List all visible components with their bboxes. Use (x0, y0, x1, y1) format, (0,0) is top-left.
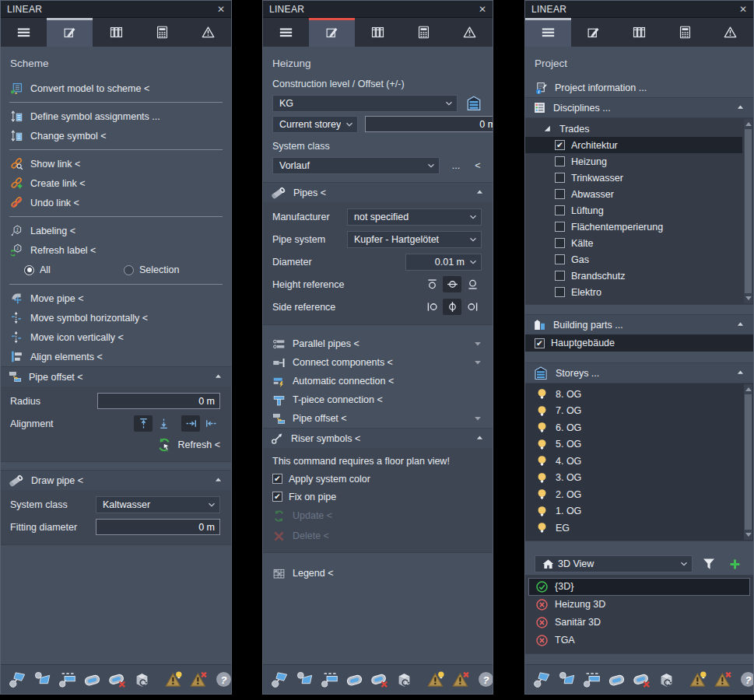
view-icon[interactable] (83, 670, 101, 688)
legend-button[interactable]: Legend < (263, 564, 493, 583)
storeys-section-header[interactable]: Storeys ... (525, 362, 753, 383)
tab-library[interactable] (93, 18, 139, 47)
move-pipe-button[interactable]: Move pipe < (1, 289, 231, 308)
manufacturer-select[interactable]: not specified (347, 208, 482, 226)
trade-checkbox[interactable] (555, 205, 565, 215)
automatic-connection-button[interactable]: Automatic connection < (263, 372, 493, 390)
insert-pipe-run-icon[interactable] (583, 670, 601, 688)
storey-row-eg[interactable]: EG (525, 520, 742, 537)
define-symbol-assignments-button[interactable]: Define symbol assignments ... (1, 107, 231, 126)
storey-row-5og[interactable]: 5. OG (525, 436, 742, 453)
trade-row-architektur[interactable]: Architektur (525, 137, 742, 153)
close-icon[interactable]: ✕ (739, 5, 747, 14)
tab-warnings[interactable] (185, 18, 231, 47)
height-ref-center-toggle[interactable] (443, 276, 461, 292)
pipe-offset-section-header[interactable]: Pipe offset < (1, 367, 231, 387)
trade-row-lueftung[interactable]: Lüftung (525, 202, 742, 219)
scroll-up-icon[interactable] (745, 387, 752, 391)
height-ref-top-toggle[interactable] (423, 276, 441, 292)
tab-calculator[interactable] (139, 18, 185, 47)
connect-components-button[interactable]: Connect components < (263, 353, 493, 372)
trade-checkbox[interactable] (555, 156, 565, 166)
side-ref-left-toggle[interactable] (423, 299, 441, 315)
building-part-row-hauptgebaeude[interactable]: Hauptgebäude (525, 334, 753, 352)
parallel-pipes-button[interactable]: Parallel pipes < (263, 334, 493, 353)
insert-fitting-icon[interactable] (9, 670, 26, 688)
filter-views-button[interactable] (700, 555, 718, 573)
side-ref-center-toggle[interactable] (443, 299, 461, 315)
create-link-button[interactable]: Create link < (1, 173, 231, 193)
disciplines-scrollbar[interactable] (744, 119, 752, 303)
convert-model-to-scheme-button[interactable]: Convert model to scheme < (1, 79, 231, 98)
update-model-icon[interactable] (133, 670, 151, 688)
tab-calculator[interactable] (662, 18, 708, 47)
trade-checkbox[interactable] (555, 238, 565, 248)
trade-checkbox[interactable] (555, 189, 565, 199)
storey-row-8og[interactable]: 8. OG (525, 386, 742, 403)
system-class-select[interactable]: Kaltwasser (96, 496, 220, 513)
undo-link-button[interactable]: Undo link < (1, 193, 231, 212)
storey-row-4og[interactable]: 4. OG (525, 453, 742, 470)
trade-row-flaechentemperierung[interactable]: Flächentemperierung (525, 219, 742, 235)
scrollbar-thumb[interactable] (745, 394, 752, 530)
scrollbar-thumb[interactable] (745, 129, 752, 293)
view-icon[interactable] (608, 670, 626, 688)
trade-row-kaelte[interactable]: Kälte (525, 235, 742, 251)
warnings-icon[interactable] (165, 670, 183, 688)
tab-warnings[interactable] (707, 18, 753, 47)
scroll-up-icon[interactable] (745, 122, 752, 126)
insert-component-icon[interactable] (558, 670, 576, 688)
trade-row-gas[interactable]: Gas (525, 251, 742, 268)
trade-checkbox[interactable] (555, 254, 565, 264)
bulb-icon[interactable] (535, 505, 549, 518)
fix-on-pipe-checkbox[interactable]: Fix on pipe (263, 488, 493, 506)
tab-library[interactable] (355, 18, 401, 47)
bulb-icon[interactable] (535, 438, 549, 451)
insert-component-icon[interactable] (33, 670, 51, 688)
refresh-label-button[interactable]: 1Refresh label < (1, 240, 231, 260)
add-view-button[interactable] (725, 555, 744, 573)
trades-tree-node[interactable]: Trades (525, 121, 742, 137)
warnings-icon[interactable] (427, 670, 445, 688)
trade-row-elektro[interactable]: Elektro (525, 284, 742, 300)
tab-menu[interactable] (1, 18, 47, 47)
bulb-icon[interactable] (535, 488, 549, 501)
warnings-icon[interactable] (689, 670, 707, 688)
radius-input[interactable] (97, 393, 220, 409)
tab-edit[interactable] (47, 18, 93, 47)
align-top-toggle[interactable] (134, 415, 153, 432)
bulb-icon[interactable] (535, 387, 549, 401)
storey-row-3og[interactable]: 3. OG (525, 470, 742, 487)
pipe-offset-button[interactable]: Pipe offset < (263, 409, 493, 428)
change-symbol-button[interactable]: Change symbol < (1, 126, 231, 145)
trade-checkbox[interactable] (555, 271, 565, 281)
delete-view-icon[interactable] (108, 670, 126, 688)
project-information-button[interactable]: iProject information ... (525, 79, 753, 97)
system-class-pick-button[interactable]: < (472, 160, 483, 171)
insert-pipe-run-icon[interactable] (58, 670, 76, 688)
riser-symbols-section-header[interactable]: Riser symbols < (263, 429, 493, 448)
system-class-more-button[interactable]: ... (447, 160, 465, 171)
building-parts-section-header[interactable]: Building parts ... (525, 314, 753, 334)
trade-row-brandschutz[interactable]: Brandschutz (525, 268, 742, 284)
view-row-heizung-3d[interactable]: Heizung 3D (528, 596, 750, 614)
tab-calculator[interactable] (401, 18, 447, 47)
update-model-icon[interactable] (395, 670, 413, 688)
trade-row-heizung[interactable]: Heizung (525, 153, 742, 170)
storey-manager-button[interactable] (465, 94, 483, 112)
labeling-button[interactable]: 1Labeling < (1, 221, 231, 240)
tab-menu[interactable] (525, 18, 571, 47)
trade-row-abwasser[interactable]: Abwasser (525, 186, 742, 202)
bulb-icon[interactable] (535, 521, 549, 534)
storey-mode-select[interactable]: Current storey (272, 116, 358, 133)
pipe-system-select[interactable]: Kupfer - Hartgelötet (347, 231, 482, 248)
help-icon[interactable]: ? (739, 670, 754, 688)
errors-icon[interactable] (714, 670, 732, 688)
insert-fitting-icon[interactable] (533, 670, 551, 688)
update-model-icon[interactable] (658, 670, 675, 688)
bulb-icon[interactable] (535, 404, 549, 418)
align-left-toggle[interactable] (202, 415, 220, 432)
storey-row-1og[interactable]: 1. OG (525, 503, 742, 520)
tab-warnings[interactable] (447, 18, 493, 47)
scroll-down-icon[interactable] (745, 296, 752, 300)
